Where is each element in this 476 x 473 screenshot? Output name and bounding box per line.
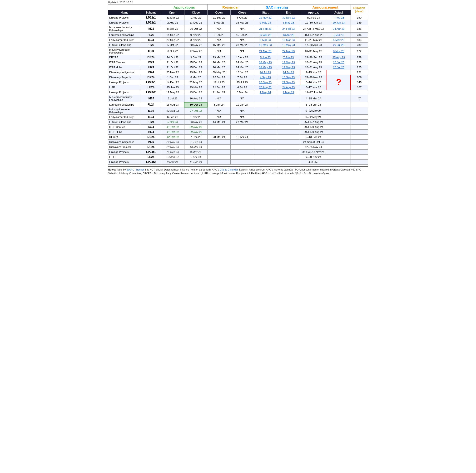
row-ann-approx: 11–25 May 23: [300, 38, 327, 43]
row-app-open: 21 Oct 22: [161, 60, 184, 65]
row-name: Linkage Projects: [108, 160, 141, 164]
row-scheme: LE24: [141, 85, 161, 90]
row-app-close: 20 May 23: [184, 80, 207, 85]
row-duration: [351, 155, 368, 160]
row-duration: [351, 130, 368, 135]
row-duration: 47: [351, 95, 368, 102]
table-row: Early-career IndustryIE2320 Sep 223 Nov …: [108, 38, 368, 43]
grants-calendar-link[interactable]: Grants Calendar: [220, 168, 238, 171]
row-duration: 221: [351, 70, 368, 75]
row-app-open: 31 Mar 22: [161, 15, 184, 20]
row-name: Future Fellowships: [108, 120, 141, 125]
row-name: Mid-career Industry Fellowships: [108, 25, 141, 33]
row-rej-close: 13 Apr 23: [231, 55, 254, 60]
row-ann-approx: 9–22 May 24: [300, 107, 327, 115]
table-row: Linkage ProjectsLP22r131 Mar 221 Aug 222…: [108, 15, 368, 20]
row-sac-start: [254, 107, 277, 115]
row-ann-actual: [327, 95, 351, 102]
row-ann-actual: [327, 149, 351, 155]
table-row: ITRP CentresIC2411 Oct 2329 Nov 2329 Jul…: [108, 125, 368, 130]
row-app-close: 1 Nov 23: [184, 115, 207, 120]
row-rej-close: 15 Feb 23: [231, 33, 254, 38]
row-scheme: LP22r2: [141, 20, 161, 25]
row-scheme: IE23: [141, 38, 161, 43]
row-ann-approx: 19–30 Jun 23: [300, 20, 327, 25]
row-app-close: 13 Mar 24: [184, 145, 207, 149]
row-scheme: IL24: [141, 107, 161, 115]
row-rej-open: N/A: [207, 115, 230, 120]
row-name: ITRP Hubs: [108, 130, 141, 135]
row-app-close: 29 Nov 23: [184, 125, 207, 130]
row-duration: 183: [351, 38, 368, 43]
row-rej-close: 19 Jan 24: [231, 102, 254, 107]
row-ann-actual: 7 Feb 23: [327, 15, 351, 20]
row-ann-approx: 24 Sep–8 Oct 24: [300, 140, 327, 145]
announcement-header: Announcement: [300, 4, 351, 10]
row-sac-end: 15 Sep 23: [277, 75, 300, 80]
row-duration: 225: [351, 65, 368, 70]
row-app-close: 9 Apr 24: [184, 155, 207, 160]
table-body: Linkage ProjectsLP22r131 Mar 221 Aug 222…: [108, 15, 368, 164]
row-duration: 239: [351, 43, 368, 48]
row-ann-actual: [327, 140, 351, 145]
row-ann-approx: 6–17 Nov 23: [300, 85, 327, 90]
row-rej-open: 21 Feb 24: [207, 90, 230, 95]
row-rej-open: [207, 149, 230, 155]
arc-tracker-link[interactable]: @ARC_Tracker: [126, 168, 144, 171]
row-ann-approx: 13–26 Sep 23: [300, 55, 327, 60]
row-ann-approx: 18–31 Aug 23: [300, 65, 327, 70]
row-scheme: IM24: [141, 95, 161, 102]
app-close-subheader: Close: [184, 10, 207, 15]
row-ann-approx: 18–31 Aug 23: [300, 60, 327, 65]
row-name: Linkage Projects: [108, 15, 141, 20]
row-rej-close: N/A: [231, 107, 254, 115]
row-rej-open: 21 Sep 22: [207, 15, 230, 20]
row-rej-open: [207, 125, 230, 130]
row-app-close: 23 Nov 23: [184, 120, 207, 125]
row-name: Early-career Industry: [108, 115, 141, 120]
row-rej-close: N/A: [231, 48, 254, 55]
row-app-close: 29 Nov 23: [184, 130, 207, 135]
row-ann-actual: [327, 107, 351, 115]
row-ann-actual: [327, 145, 351, 149]
row-scheme: LP23r1: [141, 80, 161, 85]
row-scheme: LP22r1: [141, 15, 161, 20]
row-app-open: 14 Oct 22: [161, 55, 184, 60]
row-rej-open: 2 Feb 23: [207, 33, 230, 38]
row-name: Linkage Projects: [108, 149, 141, 155]
row-rej-close: 13 Jun 23: [231, 70, 254, 75]
scheme-subheader: Scheme: [141, 10, 161, 15]
sac-start-subheader: Start: [254, 10, 277, 15]
row-rej-open: [207, 155, 230, 160]
row-rej-open: [207, 140, 230, 145]
rejoinder-header: Rejoinder: [207, 4, 254, 10]
row-name: Industry Laureate Fellowships: [108, 48, 141, 55]
row-sac-end: 2 May 24: [277, 90, 300, 95]
row-scheme: IC23: [141, 60, 161, 65]
row-sac-start: 21 Feb 23: [254, 25, 277, 33]
row-sac-end: [277, 155, 300, 160]
row-sac-end: [277, 120, 300, 125]
duration-header: Duration(days): [351, 4, 368, 15]
row-ann-approx: 17–30 Aug 23: [300, 43, 327, 48]
row-app-open: 14 Dec 23: [161, 149, 184, 155]
row-rej-open: N/A: [207, 95, 230, 102]
notes-section: Notes: Table by @ARC_Tracker & is NOT of…: [108, 166, 368, 176]
row-rej-close: 7 Jul 23: [231, 75, 254, 80]
row-name: LIEF: [108, 155, 141, 160]
row-rej-close: N/A: [231, 95, 254, 102]
header-sub-row: Name Scheme Open Close Open Close Start …: [108, 10, 368, 15]
row-name: DECRA: [108, 135, 141, 140]
row-rej-open: 30 May 23: [207, 70, 230, 75]
row-rej-open: [207, 160, 230, 164]
table-row: DECRADE2512 Oct 237 Dec 2328 Mar 2415 Ap…: [108, 135, 368, 140]
row-scheme: FT24: [141, 120, 161, 125]
table-row: Linkage ProjectsLP23r211 May 2313 Dec 23…: [108, 90, 368, 95]
app-open-subheader: Open: [161, 10, 184, 15]
row-sac-end: [277, 102, 300, 107]
table-row: Early-career IndustryIE246 Sep 231 Nov 2…: [108, 115, 368, 120]
row-rej-open: [207, 145, 230, 149]
row-app-close: 17 Nov 22: [184, 48, 207, 55]
row-duration: [351, 90, 368, 95]
row-sac-start: 12 Apr 23: [254, 33, 277, 38]
